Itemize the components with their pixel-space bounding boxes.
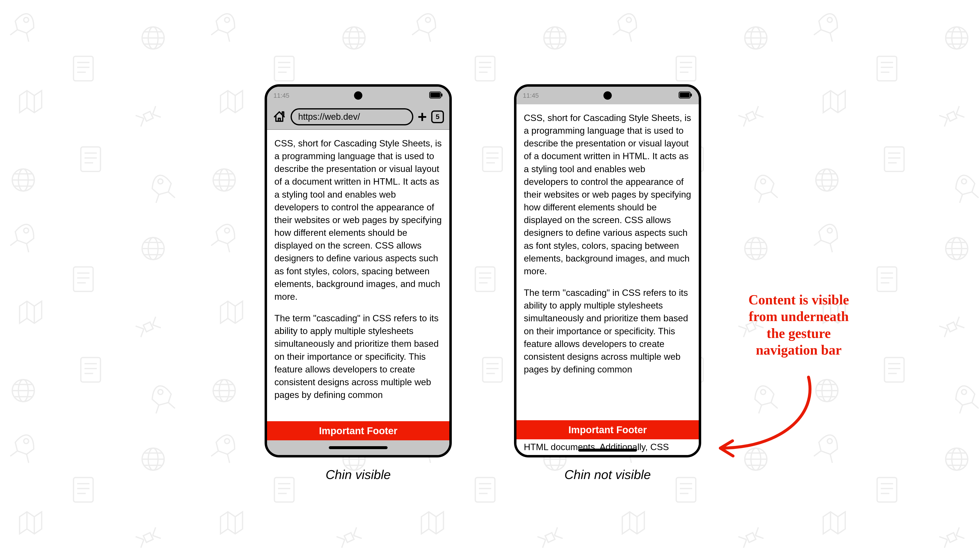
footer-label: Important Footer bbox=[568, 424, 647, 435]
annotation-line-3: the gesture bbox=[720, 325, 877, 341]
camera-notch-icon bbox=[603, 91, 612, 100]
page-content: CSS, short for Cascading Style Sheets, i… bbox=[267, 130, 449, 402]
svg-rect-8 bbox=[441, 94, 442, 97]
camera-notch-icon bbox=[354, 91, 362, 100]
important-footer[interactable]: Important Footer bbox=[267, 421, 449, 440]
gesture-bar-icon bbox=[578, 449, 637, 452]
phone-chin-visible: 11:45 https://web.dev/ + 5 CSS, short fo… bbox=[265, 84, 452, 457]
svg-rect-11 bbox=[690, 94, 692, 97]
battery-icon bbox=[429, 92, 443, 99]
annotation-arrow-icon bbox=[706, 367, 833, 470]
gesture-bar-icon bbox=[329, 446, 388, 449]
annotation-text: Content is visible from underneath the g… bbox=[720, 291, 877, 358]
important-footer[interactable]: Important Footer bbox=[517, 420, 699, 439]
svg-rect-7 bbox=[431, 93, 440, 97]
paragraph-2: The term "cascading" in CSS refers to it… bbox=[274, 312, 442, 402]
paragraph-1: CSS, short for Cascading Style Sheets, i… bbox=[274, 137, 442, 303]
caption-chin-not-visible: Chin not visible bbox=[514, 467, 701, 482]
status-time: 11:45 bbox=[274, 92, 290, 99]
url-bar[interactable]: https://web.dev/ bbox=[291, 108, 413, 125]
new-tab-icon[interactable]: + bbox=[418, 109, 427, 125]
footer-label: Important Footer bbox=[319, 426, 398, 437]
paragraph-1: CSS, short for Cascading Style Sheets, i… bbox=[524, 112, 691, 278]
caption-chin-visible: Chin visible bbox=[265, 467, 452, 482]
annotation-line-2: from underneath bbox=[720, 308, 877, 325]
tab-count-button[interactable]: 5 bbox=[431, 110, 444, 123]
battery-icon bbox=[679, 92, 692, 99]
tab-count-value: 5 bbox=[436, 113, 439, 121]
annotation-line-1: Content is visible bbox=[720, 291, 877, 308]
content-under-nav-bar: HTML documents. Additionally, CSS bbox=[517, 439, 699, 455]
status-bar: 11:45 bbox=[267, 87, 449, 104]
status-time: 11:45 bbox=[523, 92, 539, 99]
page-viewport[interactable]: CSS, short for Cascading Style Sheets, i… bbox=[267, 130, 449, 440]
browser-toolbar: https://web.dev/ + 5 bbox=[267, 104, 449, 130]
page-viewport[interactable]: CSS, short for Cascading Style Sheets, i… bbox=[517, 104, 699, 455]
status-bar: 11:45 bbox=[517, 87, 699, 104]
phone-chin-not-visible: 11:45 CSS, short for Cascading Style She… bbox=[514, 84, 701, 457]
chrome-chin bbox=[267, 440, 449, 455]
home-icon[interactable] bbox=[272, 110, 286, 124]
svg-rect-10 bbox=[680, 93, 690, 97]
page-content: CSS, short for Cascading Style Sheets, i… bbox=[517, 104, 699, 376]
paragraph-2: The term "cascading" in CSS refers to it… bbox=[524, 286, 691, 376]
url-text: https://web.dev/ bbox=[298, 112, 360, 122]
annotation-line-4: navigation bar bbox=[720, 341, 877, 358]
